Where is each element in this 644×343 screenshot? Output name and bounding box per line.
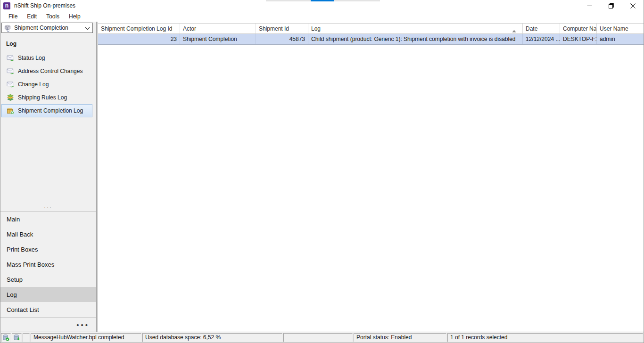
- view-dropdown-value: Shipment Completion: [14, 24, 85, 31]
- column-header-log[interactable]: Log: [308, 24, 523, 33]
- close-icon: [630, 3, 636, 8]
- sidebar-item-list: Status LogAddress Control ChangesChange …: [0, 51, 96, 117]
- window-title: nShift Ship On-premises: [14, 2, 75, 9]
- status-spacer-panel: [23, 333, 30, 342]
- cell-computer-na: DESKTOP-F1...: [560, 34, 597, 44]
- column-header-user-name[interactable]: User Name: [597, 24, 644, 33]
- nav-item-print-boxes[interactable]: Print Boxes: [0, 242, 96, 257]
- cell-user-name: admin: [597, 34, 644, 44]
- column-header-computer-na[interactable]: Computer Na...: [560, 24, 597, 33]
- sidebar-item-label: Status Log: [18, 55, 45, 61]
- sidebar-item-label: Change Log: [18, 81, 49, 88]
- package-plus-icon: [7, 107, 14, 114]
- menu-item-edit[interactable]: Edit: [22, 12, 41, 21]
- sidebar: Shipment Completion Log Status LogAddres…: [0, 22, 97, 332]
- menu-item-tools[interactable]: Tools: [41, 12, 64, 21]
- column-header-shipment-id[interactable]: Shipment Id: [256, 24, 308, 33]
- nav-item-mass-print-boxes[interactable]: Mass Print Boxes: [0, 257, 96, 272]
- minimize-button[interactable]: [578, 0, 600, 11]
- restore-button[interactable]: [600, 0, 622, 11]
- sidebar-item-label: Shipping Rules Log: [18, 94, 67, 101]
- portal-status-panel: Portal status: Enabled: [354, 333, 446, 342]
- sidebar-section-title: Log: [6, 41, 96, 47]
- window-controls: [578, 0, 644, 11]
- layers-icon: [7, 94, 14, 101]
- column-header-actor[interactable]: Actor: [180, 24, 256, 33]
- log-grid: Shipment Completion Log IdActorShipment …: [98, 23, 644, 45]
- menu-item-file[interactable]: File: [4, 12, 22, 21]
- chevron-down-icon: [85, 24, 90, 32]
- restore-icon: [609, 3, 614, 8]
- title-bar: n nShift Ship On-premises: [0, 0, 644, 11]
- sort-asc-icon: [512, 27, 516, 33]
- sidebar-item-shipping-rules-log[interactable]: Shipping Rules Log: [1, 91, 92, 104]
- content-area: Shipment Completion Log Status LogAddres…: [0, 22, 644, 332]
- column-header-shipment-completion-log-id[interactable]: Shipment Completion Log Id: [98, 24, 180, 33]
- messagehub-status-panel: MessageHubWatcher.bpl completed: [31, 333, 141, 342]
- cell-log: Child shipment (product: Generic 1): Shi…: [308, 34, 523, 44]
- menu-bar: FileEditToolsHelp: [0, 11, 644, 22]
- package-gray-icon: [4, 24, 11, 32]
- records-selected-panel: 1 of 1 records selected: [447, 333, 643, 342]
- nav-item-log[interactable]: Log: [0, 287, 96, 302]
- status-empty-panel: [283, 333, 353, 342]
- nav-overflow-button[interactable]: •••: [0, 318, 96, 332]
- app-window: n nShift Ship On-premises FileEditToolsH…: [0, 0, 644, 343]
- sidebar-item-label: Shipment Completion Log: [18, 107, 83, 114]
- minimize-icon: [587, 3, 592, 8]
- sidebar-splitter-handle[interactable]: ···: [0, 206, 96, 212]
- nshift-logo-icon: n: [3, 2, 10, 9]
- sidebar-nav-list: MainMail BackPrint BoxesMass Print Boxes…: [0, 212, 96, 318]
- table-row[interactable]: 23Shipment Completion45873Child shipment…: [98, 34, 644, 45]
- database-space-panel: Used database space: 6,52 %: [142, 333, 282, 342]
- nav-item-setup[interactable]: Setup: [0, 272, 96, 287]
- nav-item-main[interactable]: Main: [0, 212, 96, 227]
- sidebar-item-change-log[interactable]: Change Log: [1, 78, 92, 91]
- cell-actor: Shipment Completion: [180, 34, 256, 44]
- taskbar-peek-strip: [266, 0, 380, 1]
- main-area: Shipment Completion Log IdActorShipment …: [98, 22, 644, 332]
- envelope-log-icon: [7, 54, 14, 62]
- cell-shipment-completion-log-id: 23: [98, 34, 180, 44]
- close-button[interactable]: [622, 0, 644, 11]
- grid-header-row: Shipment Completion Log IdActorShipment …: [98, 23, 644, 34]
- nav-item-contact-list[interactable]: Contact List: [0, 302, 96, 317]
- column-header-date[interactable]: Date: [523, 24, 560, 33]
- menu-item-help[interactable]: Help: [64, 12, 85, 21]
- envelope-log-icon: [7, 81, 14, 88]
- status-bar: MessageHubWatcher.bpl completedUsed data…: [0, 332, 644, 343]
- sidebar-item-shipment-completion-log[interactable]: Shipment Completion Log: [1, 104, 92, 117]
- database-download-icon: [12, 333, 22, 342]
- nav-item-mail-back[interactable]: Mail Back: [0, 227, 96, 242]
- envelope-log-icon: [7, 67, 14, 75]
- cell-date: 12/12/2024 ...: [523, 34, 560, 44]
- view-dropdown[interactable]: Shipment Completion: [1, 23, 93, 33]
- taskbar-peek-highlight: [311, 0, 334, 1]
- sidebar-item-address-control-changes[interactable]: Address Control Changes: [1, 65, 92, 78]
- cell-shipment-id: 45873: [256, 34, 308, 44]
- database-check-icon: [1, 333, 11, 342]
- grid-body: 23Shipment Completion45873Child shipment…: [98, 34, 644, 45]
- sidebar-item-label: Address Control Changes: [18, 68, 83, 74]
- sidebar-item-status-log[interactable]: Status Log: [1, 51, 92, 65]
